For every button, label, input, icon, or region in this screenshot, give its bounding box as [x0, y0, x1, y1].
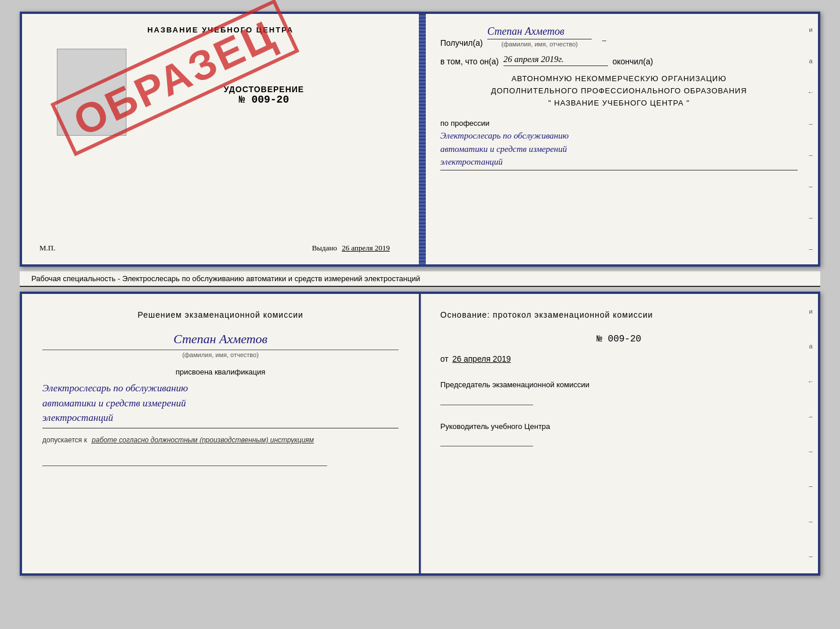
basis-title: Основание: протокол экзаменационной коми…: [440, 308, 798, 321]
director-block: Руководитель учебного Центра: [440, 421, 798, 447]
chairman-block: Председатель экзаменационной комиссии: [440, 379, 798, 405]
fio-sub: (фамилия, имя, отчество): [487, 41, 592, 48]
name-sub: (фамилия, имя, отчество): [42, 350, 399, 358]
qual-line2: автоматики и средств измерений: [42, 396, 399, 411]
photo-placeholder: [57, 49, 126, 136]
allowed-value: работе согласно должностным (производств…: [92, 436, 314, 444]
date-label: в том, что он(а): [440, 57, 499, 66]
allowed-text: допускается к работе согласно должностны…: [42, 436, 399, 444]
cert-label: УДОСТОВЕРЕНИЕ: [224, 85, 304, 94]
right-decoration2: и а ← – – – – –: [803, 294, 818, 573]
left-page: НАЗВАНИЕ УЧЕБНОГО ЦЕНТРА УДОСТОВЕРЕНИЕ №…: [22, 14, 420, 264]
bottom-right-page: Основание: протокол экзаменационной коми…: [420, 294, 818, 573]
received-field-row: Получил(а) Степан Ахметов (фамилия, имя,…: [440, 26, 798, 48]
org-line2: ДОПОЛНИТЕЛЬНОГО ПРОФЕССИОНАЛЬНОГО ОБРАЗО…: [440, 85, 798, 97]
received-group: Степан Ахметов (фамилия, имя, отчество): [487, 26, 592, 48]
page-title: НАЗВАНИЕ УЧЕБНОГО ЦЕНТРА: [147, 26, 294, 34]
date-group: 26 апреля 2019г.: [504, 54, 608, 66]
director-sig-line: [440, 435, 533, 446]
subtitle-text: Рабочая специальность - Электрослесарь п…: [31, 274, 420, 283]
qualification-label: присвоена квалификация: [42, 368, 399, 376]
received-name: Степан Ахметов: [487, 26, 592, 39]
right-page: Получил(а) Степан Ахметов (фамилия, имя,…: [420, 14, 818, 264]
decision-title: Решением экзаменационной комиссии: [42, 308, 399, 321]
spine-decoration: [419, 14, 426, 264]
signature-line-bottom-left: [42, 455, 327, 466]
issued-date-value: 26 апреля 2019: [342, 243, 390, 252]
issued-label: Выдано: [312, 243, 337, 252]
bottom-document: Решением экзаменационной комиссии Степан…: [20, 292, 820, 576]
mp-label: М.П.: [39, 243, 55, 253]
director-label: Руководитель учебного Центра: [440, 421, 798, 432]
profession-value: Электрослесарь по обслуживанию автоматик…: [440, 128, 798, 170]
cert-number-block: УДОСТОВЕРЕНИЕ № 009-20: [224, 85, 304, 106]
prof-line3: электростанций: [440, 155, 798, 169]
protocol-number: № 009-20: [440, 334, 798, 344]
org-line1: АВТОНОМНУЮ НЕКОММЕРЧЕСКУЮ ОРГАНИЗАЦИЮ: [440, 73, 798, 85]
protocol-date: от 26 апреля 2019: [440, 354, 798, 363]
prof-line1: Электрослесарь по обслуживанию: [440, 129, 798, 143]
received-label: Получил(а): [440, 38, 483, 48]
org-text: АВТОНОМНУЮ НЕКОММЕРЧЕСКУЮ ОРГАНИЗАЦИЮ ДО…: [440, 73, 798, 109]
allowed-prefix: допускается к: [42, 436, 87, 444]
applicant-name: Степан Ахметов: [42, 332, 399, 347]
date-prefix: от: [440, 354, 448, 363]
profession-section: по профессии Электрослесарь по обслужива…: [440, 116, 798, 170]
qual-line1: Электрослесарь по обслуживанию: [42, 381, 399, 396]
issued-date: Выдано 26 апреля 2019: [312, 243, 401, 253]
right-decoration: и а ← – – – – –: [803, 14, 818, 264]
protocol-date-value: 26 апреля 2019: [452, 354, 511, 363]
finished-label: окончил(а): [613, 57, 653, 66]
org-line3: " НАЗВАНИЕ УЧЕБНОГО ЦЕНТРА ": [440, 97, 798, 110]
top-document: НАЗВАНИЕ УЧЕБНОГО ЦЕНТРА УДОСТОВЕРЕНИЕ №…: [20, 12, 820, 267]
chairman-sig-line: [440, 394, 533, 405]
chairman-label: Председатель экзаменационной комиссии: [440, 379, 798, 391]
document-wrapper: НАЗВАНИЕ УЧЕБНОГО ЦЕНТРА УДОСТОВЕРЕНИЕ №…: [20, 12, 820, 576]
cert-number: № 009-20: [224, 94, 304, 106]
qual-line3: электростанций: [42, 410, 399, 426]
name-section: Степан Ахметов (фамилия, имя, отчество): [42, 329, 399, 358]
qualification-value: Электрослесарь по обслуживанию автоматик…: [42, 381, 399, 428]
date-value: 26 апреля 2019г.: [504, 54, 608, 66]
subtitle-row: Рабочая специальность - Электрослесарь п…: [20, 271, 820, 287]
date-field-row: в том, что он(а) 26 апреля 2019г. окончи…: [440, 54, 798, 66]
profession-label: по профессии: [440, 119, 798, 128]
bottom-left-page: Решением экзаменационной комиссии Степан…: [22, 294, 420, 573]
prof-line2: автоматики и средств измерений: [440, 143, 798, 156]
